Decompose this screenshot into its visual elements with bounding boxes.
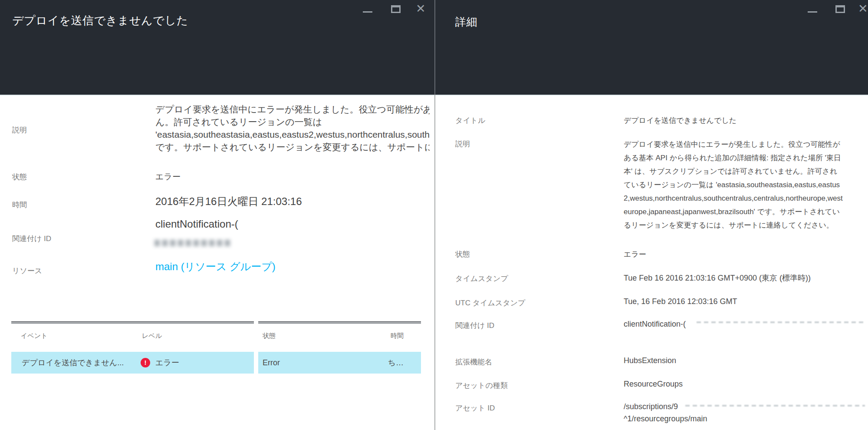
column-divider	[254, 352, 258, 374]
correlation-id-value: clientNotification-(	[155, 218, 238, 230]
detail-title-label: タイトル	[455, 116, 486, 126]
detail-correlation-value: clientNotification-(	[624, 320, 686, 329]
redaction-blur	[155, 240, 232, 246]
utc-timestamp-label: UTC タイムスタンプ	[455, 298, 525, 308]
redaction-dashes	[685, 405, 865, 407]
asset-id-label: アセット ID	[455, 403, 495, 413]
asset-type-label: アセットの種類	[455, 380, 508, 390]
extension-name-label: 拡張機能名	[455, 357, 492, 367]
detail-title-value: デプロイを送信できませんでした	[624, 116, 736, 126]
asset-type-value: ResourceGroups	[624, 380, 683, 389]
close-icon[interactable]: ✕	[416, 3, 426, 15]
description-line: デプロイ要求を送信中にエラーが発生しました。役立つ可能性がある基本 API から…	[155, 103, 430, 116]
detail-status-value: エラー	[624, 249, 646, 259]
status-cell: Error	[263, 352, 280, 374]
resource-label: リソース	[12, 266, 42, 276]
details-blade-title: 詳細	[455, 15, 477, 29]
description-line: 'eastasia,southeastasia,eastus,eastus2,w…	[155, 128, 430, 141]
minimize-icon[interactable]	[808, 11, 817, 13]
time-cell: ち…	[375, 352, 404, 374]
detail-correlation-label: 関連付け ID	[455, 321, 494, 331]
column-header-event[interactable]: イベント	[21, 332, 47, 340]
details-blade-header: 詳細 ✕	[435, 0, 868, 96]
event-cell: デプロイを送信できません...	[22, 352, 124, 374]
description-line: です。サポートされているリージョンを変更するには、サポートに連絡してください。	[155, 141, 430, 153]
details-blade: 詳細 ✕ タイトル デプロイを送信できませんでした 説明 デプロイ要求を送信中に…	[434, 0, 868, 430]
utc-timestamp-value: Tue, 16 Feb 2016 12:03:16 GMT	[624, 297, 737, 306]
asset-id-value: /subscriptions/9	[624, 402, 678, 411]
extension-name-value: HubsExtension	[624, 356, 676, 365]
asset-id-value-line2: ^1/resourcegroups/main	[624, 414, 707, 423]
timestamp-value: Tue Feb 16 2016 21:03:16 GMT+0900 (東京 (標…	[624, 273, 811, 283]
timestamp-label: タイムスタンプ	[455, 274, 508, 284]
grid-header-rule	[11, 321, 254, 324]
detail-description-value: デプロイ要求を送信中にエラーが発生しました。役立つ可能性がある基本 API から…	[624, 138, 844, 232]
correlation-id-label: 関連付け ID	[12, 234, 51, 244]
detail-description-label: 説明	[455, 139, 470, 149]
error-blade-header: デプロイを送信できませんでした ✕	[0, 0, 434, 96]
description-value: デプロイ要求を送信中にエラーが発生しました。役立つ可能性がある基本 API から…	[155, 103, 430, 156]
level-cell: エラー	[155, 352, 179, 374]
error-blade-title: デプロイを送信できませんでした	[12, 13, 188, 28]
description-label: 説明	[12, 125, 27, 135]
maximize-icon[interactable]	[835, 5, 845, 13]
maximize-icon[interactable]	[391, 5, 401, 13]
status-value: エラー	[155, 171, 181, 182]
time-label: 時間	[12, 200, 27, 210]
error-icon: !	[141, 358, 150, 367]
time-value: 2016年2月16日火曜日 21:03:16	[155, 195, 302, 208]
detail-status-label: 状態	[455, 249, 470, 259]
column-header-level[interactable]: レベル	[142, 332, 162, 340]
status-label: 状態	[12, 172, 27, 182]
column-header-status[interactable]: 状態	[263, 332, 276, 340]
resource-link[interactable]: main (リソース グループ)	[155, 260, 276, 274]
error-blade: デプロイを送信できませんでした ✕ 説明 デプロイ要求を送信中にエラーが発生しま…	[0, 0, 434, 430]
redaction-dashes	[697, 321, 865, 323]
blade-divider	[434, 95, 435, 430]
column-header-time[interactable]: 時間	[373, 332, 404, 340]
close-icon[interactable]: ✕	[858, 3, 868, 15]
grid-header-rule	[258, 321, 421, 324]
description-line: ん。許可されているリージョンの一覧は	[155, 116, 430, 128]
minimize-icon[interactable]	[363, 11, 372, 13]
